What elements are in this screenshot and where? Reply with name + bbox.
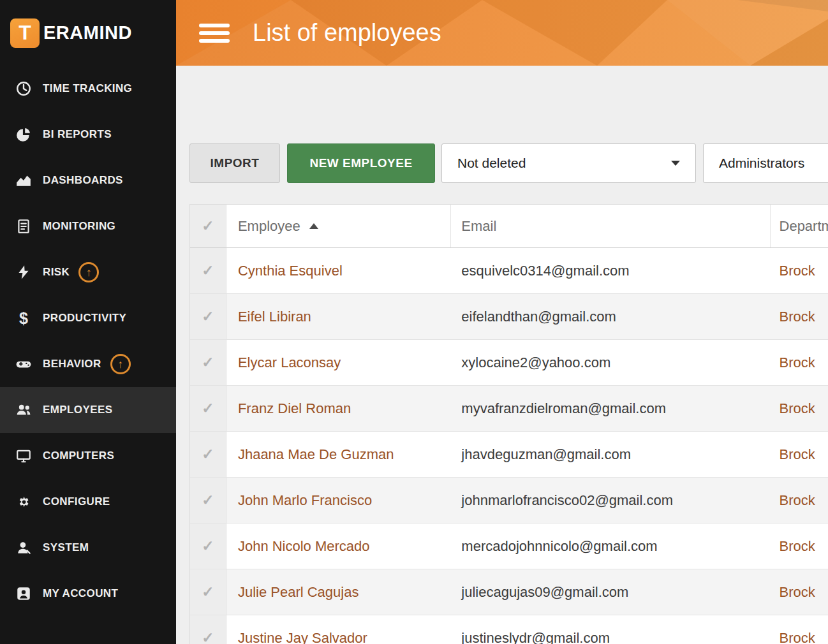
table-row[interactable]: ✓ Elycar Laconsay xylocaine2@yahoo.com B… xyxy=(190,340,828,386)
employee-email: juliecagujas09@gmail.com xyxy=(451,569,770,615)
employee-link[interactable]: Elycar Laconsay xyxy=(238,355,341,371)
sidebar-item-label: SYSTEM xyxy=(43,541,89,554)
employee-email: jhavdeguzman@gmail.com xyxy=(451,432,770,477)
row-checkbox[interactable]: ✓ xyxy=(190,386,226,431)
employee-email: esquivelc0314@gmail.com xyxy=(451,248,770,293)
sidebar-item-label: EMPLOYEES xyxy=(43,404,112,416)
employee-link[interactable]: Cynthia Esquivel xyxy=(238,263,343,279)
employee-email: myvafranzdielroman@gmail.com xyxy=(451,386,770,431)
employee-email: xylocaine2@yahoo.com xyxy=(451,340,770,385)
row-checkbox[interactable]: ✓ xyxy=(190,615,226,644)
column-header-email[interactable]: Email xyxy=(451,205,770,247)
top-header: List of employees xyxy=(176,0,828,66)
employee-email: justineslydr@gmail.com xyxy=(451,615,770,644)
employee-link[interactable]: Julie Pearl Cagujas xyxy=(238,584,359,601)
employee-link[interactable]: Jhaana Mae De Guzman xyxy=(238,446,394,463)
sidebar-item-label: DASHBOARDS xyxy=(43,174,123,187)
sidebar-item-label: RISK xyxy=(43,266,70,279)
row-checkbox[interactable]: ✓ xyxy=(190,478,226,523)
table-row[interactable]: ✓ Eifel Libiran eifelandthan@gmail.com B… xyxy=(190,294,828,340)
sidebar-item-risk[interactable]: RISK ↑ xyxy=(0,249,176,295)
column-header-department[interactable]: Department xyxy=(771,205,828,247)
sidebar-item-label: COMPUTERS xyxy=(43,450,114,462)
column-header-employee[interactable]: Employee xyxy=(226,205,451,247)
sidebar-item-time-tracking[interactable]: TIME TRACKING xyxy=(0,66,176,112)
table-row[interactable]: ✓ John Nicolo Mercado mercadojohnnicolo@… xyxy=(190,523,828,569)
sidebar-item-label: MONITORING xyxy=(43,220,115,233)
employee-link[interactable]: Franz Diel Roman xyxy=(238,400,351,417)
account-card-icon xyxy=(14,585,33,602)
check-icon: ✓ xyxy=(202,629,214,644)
monitor-icon xyxy=(14,448,33,464)
employee-email: eifelandthan@gmail.com xyxy=(451,294,770,339)
lightning-icon xyxy=(14,264,33,281)
table-row[interactable]: ✓ Justine Jay Salvador justineslydr@gmai… xyxy=(190,615,828,644)
table-row[interactable]: ✓ Franz Diel Roman myvafranzdielroman@gm… xyxy=(190,386,828,432)
sidebar-item-employees[interactable]: EMPLOYEES xyxy=(0,387,176,433)
department-link[interactable]: Brock xyxy=(780,584,815,601)
menu-icon[interactable] xyxy=(199,20,230,47)
employee-link[interactable]: Justine Jay Salvador xyxy=(238,630,367,644)
sidebar-item-my-account[interactable]: MY ACCOUNT xyxy=(0,571,176,617)
row-checkbox[interactable]: ✓ xyxy=(190,294,226,339)
department-link[interactable]: Brock xyxy=(780,263,815,279)
row-checkbox[interactable]: ✓ xyxy=(190,248,226,293)
toolbar: IMPORT NEW EMPLOYEE Not deleted Administ… xyxy=(189,143,828,183)
teramind-logo[interactable]: T ERAMIND xyxy=(0,0,176,66)
employees-table: ✓ Employee Email Department ✓ Cynthia Es… xyxy=(189,204,828,644)
area-chart-icon xyxy=(14,172,33,189)
sidebar-item-productivity[interactable]: $ PRODUCTIVITY xyxy=(0,295,176,341)
row-checkbox[interactable]: ✓ xyxy=(190,569,226,615)
employee-link[interactable]: Eifel Libiran xyxy=(238,309,311,325)
department-link[interactable]: Brock xyxy=(780,446,815,463)
sidebar-item-dashboards[interactable]: DASHBOARDS xyxy=(0,157,176,203)
sidebar-item-computers[interactable]: COMPUTERS xyxy=(0,433,176,479)
check-icon: ✓ xyxy=(202,217,214,235)
logo-text: ERAMIND xyxy=(43,22,132,43)
sidebar-item-monitoring[interactable]: MONITORING xyxy=(0,203,176,249)
check-icon: ✓ xyxy=(202,492,214,509)
department-link[interactable]: Brock xyxy=(780,355,815,371)
department-link[interactable]: Brock xyxy=(780,630,815,644)
check-icon: ✓ xyxy=(202,446,214,463)
employee-link[interactable]: John Nicolo Mercado xyxy=(238,538,370,555)
department-link[interactable]: Brock xyxy=(780,492,815,509)
check-icon: ✓ xyxy=(202,262,214,279)
people-icon xyxy=(14,402,33,418)
table-header-row: ✓ Employee Email Department xyxy=(190,205,828,248)
employee-link[interactable]: John Marlo Francisco xyxy=(238,492,372,509)
main-content: IMPORT NEW EMPLOYEE Not deleted Administ… xyxy=(176,66,828,644)
row-checkbox[interactable]: ✓ xyxy=(190,523,226,569)
sidebar-item-bi-reports[interactable]: BI REPORTS xyxy=(0,112,176,157)
sidebar-item-label: MY ACCOUNT xyxy=(43,587,118,600)
department-link[interactable]: Brock xyxy=(780,400,815,417)
deleted-filter-dropdown[interactable]: Not deleted xyxy=(441,143,696,183)
table-row[interactable]: ✓ John Marlo Francisco johnmarlofrancisc… xyxy=(190,478,828,523)
document-icon xyxy=(14,218,33,235)
import-button[interactable]: IMPORT xyxy=(189,143,280,183)
row-checkbox[interactable]: ✓ xyxy=(190,340,226,385)
sidebar-item-label: CONFIGURE xyxy=(43,495,110,508)
sidebar-item-system[interactable]: SYSTEM xyxy=(0,525,176,571)
department-link[interactable]: Brock xyxy=(780,538,815,555)
sidebar-item-behavior[interactable]: BEHAVIOR ↑ xyxy=(0,341,176,387)
check-icon: ✓ xyxy=(202,400,214,417)
row-checkbox[interactable]: ✓ xyxy=(190,432,226,477)
role-filter-dropdown[interactable]: Administrators xyxy=(703,143,828,183)
new-employee-button[interactable]: NEW EMPLOYEE xyxy=(287,143,435,183)
employee-email: mercadojohnnicolo@gmail.com xyxy=(451,523,770,569)
department-link[interactable]: Brock xyxy=(780,309,815,325)
sidebar-item-configure[interactable]: CONFIGURE xyxy=(0,479,176,525)
table-row[interactable]: ✓ Cynthia Esquivel esquivelc0314@gmail.c… xyxy=(190,248,828,294)
sidebar-item-label: BEHAVIOR xyxy=(43,358,101,370)
check-icon: ✓ xyxy=(202,354,214,371)
table-row[interactable]: ✓ Julie Pearl Cagujas juliecagujas09@gma… xyxy=(190,569,828,615)
sidebar: T ERAMIND TIME TRACKING BI REPORTS DASHB… xyxy=(0,0,176,644)
sort-asc-icon xyxy=(309,223,318,229)
sidebar-item-label: PRODUCTIVITY xyxy=(43,312,126,325)
logo-t-icon: T xyxy=(10,18,40,48)
table-row[interactable]: ✓ Jhaana Mae De Guzman jhavdeguzman@gmai… xyxy=(190,432,828,478)
select-all-checkbox[interactable]: ✓ xyxy=(190,205,226,247)
employee-email: johnmarlofrancisco02@gmail.com xyxy=(451,478,770,523)
sidebar-item-label: BI REPORTS xyxy=(43,128,112,141)
